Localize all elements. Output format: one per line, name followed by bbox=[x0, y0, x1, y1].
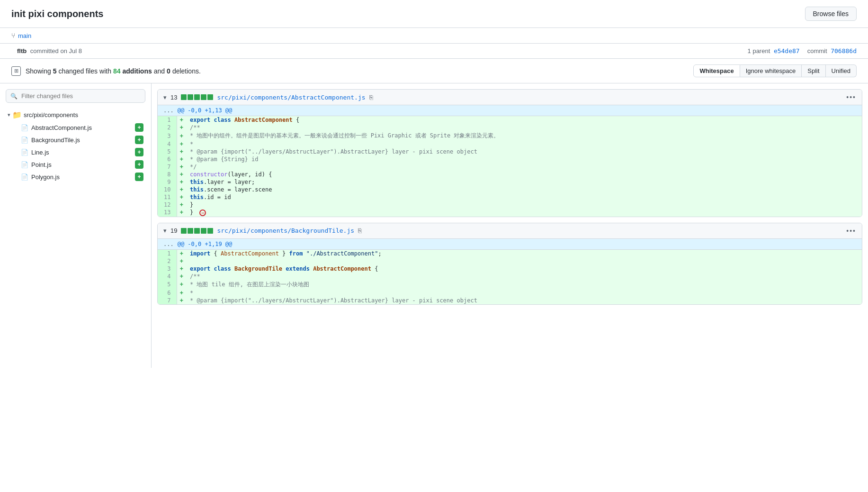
ignore-whitespace-button[interactable]: Ignore whitespace bbox=[740, 64, 802, 77]
line-sign: + bbox=[177, 257, 186, 265]
diff-line: 5 + * @param {import("../layers/Abstruct… bbox=[158, 148, 862, 155]
diff-table-2: 1 + import { AbstractComponent } from ".… bbox=[158, 250, 862, 304]
line-content: * @param {import("../layers/AbstructLaye… bbox=[186, 148, 862, 155]
search-input[interactable] bbox=[6, 89, 145, 103]
line-sign: + bbox=[177, 131, 186, 140]
diff-line: 11 + this.id = id bbox=[158, 193, 862, 201]
hunk-dots-1[interactable]: ... bbox=[163, 107, 174, 114]
line-num: 3 bbox=[158, 131, 177, 140]
line-content: constructor(layer, id) { bbox=[186, 171, 862, 178]
copy-path-icon-2[interactable]: ⎘ bbox=[358, 227, 362, 234]
line-num: 9 bbox=[158, 178, 177, 186]
more-menu-1[interactable]: ••• bbox=[846, 93, 856, 101]
line-num: 2 bbox=[158, 257, 177, 265]
line-content: * @param {import("../layers/AbstructLaye… bbox=[186, 297, 862, 304]
file-row[interactable]: 📄 Line.js + bbox=[4, 146, 147, 158]
folder-row[interactable]: ▾ 📁 src/pixi/components bbox=[4, 109, 147, 121]
line-content: } − bbox=[186, 209, 862, 217]
line-content: * 地图中的组件。组件是图层中的基本元素。一般来说会通过控制一些 Pixi Gr… bbox=[186, 131, 862, 140]
commit-meta-left: fltb committed on Jul 8 bbox=[17, 47, 82, 55]
split-button[interactable]: Split bbox=[802, 64, 825, 77]
line-sign: + bbox=[177, 148, 186, 155]
line-content bbox=[186, 257, 862, 265]
diff-line: 3 + export class BackgroundTile extends … bbox=[158, 265, 862, 273]
file-diff-header-left-2: ▾ 19 src/pixi/components/BackgroundTile.… bbox=[163, 227, 362, 234]
line-num: 11 bbox=[158, 193, 177, 201]
branch-name[interactable]: main bbox=[18, 32, 31, 39]
line-sign: + bbox=[177, 178, 186, 186]
folder-name: src/pixi/components bbox=[24, 111, 78, 118]
line-num: 10 bbox=[158, 186, 177, 193]
diff-line: 1 + export class AbstractComponent { bbox=[158, 116, 862, 124]
line-content: */ bbox=[186, 163, 862, 171]
file-icon: 📄 bbox=[21, 149, 28, 156]
file-tree: ▾ 📁 src/pixi/components 📄 AbstractCompon… bbox=[0, 109, 151, 183]
parent-hash[interactable]: e54de87 bbox=[774, 47, 800, 55]
expand-icon[interactable]: ▾ bbox=[163, 94, 167, 101]
line-content: export class BackgroundTile extends Abst… bbox=[186, 265, 862, 273]
line-content: this.layer = layer; bbox=[186, 178, 862, 186]
diff-line: 9 + this.layer = layer; bbox=[158, 178, 862, 186]
line-sign: + bbox=[177, 186, 186, 193]
copy-path-icon[interactable]: ⎘ bbox=[369, 94, 373, 101]
hunk-range-2: @@ -0,0 +1,19 @@ bbox=[178, 241, 233, 247]
stats-text: ⊞ Showing 5 changed files with 84 additi… bbox=[11, 66, 201, 76]
folder-icon: 📁 bbox=[12, 110, 22, 119]
expand-icon-2[interactable]: ▾ bbox=[163, 227, 167, 234]
file-name-3: Point.js bbox=[31, 161, 52, 168]
branch-icon: ⑂ bbox=[11, 32, 15, 39]
unified-button[interactable]: Unified bbox=[826, 64, 857, 77]
line-content: this.scene = layer.scene bbox=[186, 186, 862, 193]
file-name-1: BackgroundTile.js bbox=[31, 137, 80, 144]
branch-row: ⑂ main bbox=[0, 28, 868, 44]
add-badge-4: + bbox=[135, 173, 143, 181]
top-bar: init pixi components Browse files bbox=[0, 0, 868, 28]
diff-line: 3 + * 地图中的组件。组件是图层中的基本元素。一般来说会通过控制一些 Pix… bbox=[158, 131, 862, 140]
file-row[interactable]: 📄 AbstractComponent.js + bbox=[4, 121, 147, 134]
line-content: * bbox=[186, 289, 862, 297]
diff-line: 6 + * @param {String} id bbox=[158, 155, 862, 163]
file-row[interactable]: 📄 Polygon.js + bbox=[4, 171, 147, 183]
line-num: 7 bbox=[158, 163, 177, 171]
file-name-2: Line.js bbox=[31, 149, 49, 156]
line-sign: + bbox=[177, 273, 186, 280]
file-row[interactable]: 📄 BackgroundTile.js + bbox=[4, 134, 147, 146]
more-menu-2[interactable]: ••• bbox=[846, 227, 856, 235]
diff-line: 12 + } bbox=[158, 201, 862, 209]
file-row[interactable]: 📄 Point.js + bbox=[4, 158, 147, 171]
line-content: import { AbstractComponent } from "./Abs… bbox=[186, 250, 862, 257]
parent-info: 1 parent e54de87 bbox=[748, 47, 800, 55]
line-sign: + bbox=[177, 265, 186, 273]
line-content: * bbox=[186, 140, 862, 148]
commit-action: committed on Jul 8 bbox=[30, 47, 82, 55]
add-badge-3: + bbox=[135, 160, 143, 169]
commit-author[interactable]: fltb bbox=[17, 47, 27, 55]
addition-blocks-2 bbox=[181, 228, 213, 234]
diff-line: 2 + bbox=[158, 257, 862, 265]
whitespace-button[interactable]: Whitespace bbox=[693, 64, 740, 77]
addition-blocks-1 bbox=[181, 94, 213, 100]
file-row-left: 📄 Line.js bbox=[21, 149, 49, 156]
file-name-4: Polygon.js bbox=[31, 173, 60, 181]
hunk-range-1: @@ -0,0 +1,13 @@ bbox=[178, 107, 233, 114]
line-sign: + bbox=[177, 155, 186, 163]
add-badge-0: + bbox=[135, 123, 143, 132]
line-sign: + bbox=[177, 193, 186, 201]
diff-line: 10 + this.scene = layer.scene bbox=[158, 186, 862, 193]
line-num: 2 bbox=[158, 124, 177, 131]
line-num: 12 bbox=[158, 201, 177, 209]
file-path-2[interactable]: src/pixi/components/BackgroundTile.js bbox=[217, 227, 354, 234]
minus-circle-icon[interactable]: − bbox=[199, 210, 206, 216]
line-sign: + bbox=[177, 124, 186, 131]
hunk-dots-2[interactable]: ... bbox=[163, 241, 174, 247]
line-num: 6 bbox=[158, 289, 177, 297]
file-diff-background: ▾ 19 src/pixi/components/BackgroundTile.… bbox=[157, 223, 862, 305]
diff-table-1: 1 + export class AbstractComponent { 2 +… bbox=[158, 116, 862, 217]
browse-files-button[interactable]: Browse files bbox=[805, 7, 857, 21]
commit-hash[interactable]: 706886d bbox=[831, 47, 857, 55]
file-row-left: 📄 BackgroundTile.js bbox=[21, 137, 80, 144]
diff-icon: ⊞ bbox=[11, 66, 21, 76]
file-icon: 📄 bbox=[21, 137, 28, 144]
file-path-1[interactable]: src/pixi/components/AbstractComponent.js bbox=[217, 94, 365, 101]
diff-line: 1 + import { AbstractComponent } from ".… bbox=[158, 250, 862, 257]
